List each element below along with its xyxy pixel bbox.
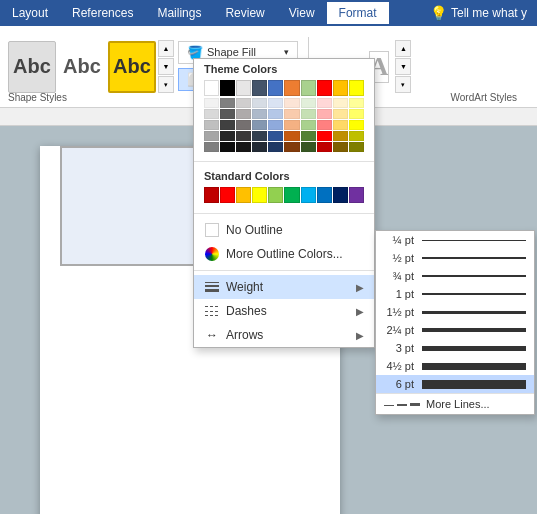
shade-1-8[interactable]: [333, 109, 348, 119]
tab-mailings[interactable]: Mailings: [145, 2, 213, 24]
shade-1-7[interactable]: [317, 109, 332, 119]
weight-item-7[interactable]: 4½ pt: [376, 357, 534, 375]
shade-0-0[interactable]: [204, 98, 219, 108]
std-color-4[interactable]: [268, 187, 283, 203]
weight-item-4[interactable]: 1½ pt: [376, 303, 534, 321]
theme-color-4[interactable]: [268, 80, 283, 96]
tab-references[interactable]: References: [60, 2, 145, 24]
arrows-item[interactable]: ↔ Arrows ▶: [194, 323, 374, 347]
shade-2-4[interactable]: [268, 120, 283, 130]
theme-color-5[interactable]: [284, 80, 299, 96]
shape-style-btn-2[interactable]: Abc: [58, 41, 106, 93]
shade-2-6[interactable]: [301, 120, 316, 130]
shade-0-6[interactable]: [301, 98, 316, 108]
shade-4-0[interactable]: [204, 142, 219, 152]
tell-me-bar[interactable]: 💡 Tell me what y: [420, 1, 537, 25]
shade-4-9[interactable]: [349, 142, 364, 152]
shade-2-0[interactable]: [204, 120, 219, 130]
std-color-0[interactable]: [204, 187, 219, 203]
shade-0-3[interactable]: [252, 98, 267, 108]
std-color-1[interactable]: [220, 187, 235, 203]
shade-1-1[interactable]: [220, 109, 235, 119]
wordart-scroll-down[interactable]: ▼: [395, 58, 411, 75]
shade-1-0[interactable]: [204, 109, 219, 119]
std-color-6[interactable]: [301, 187, 316, 203]
shade-4-4[interactable]: [268, 142, 283, 152]
shade-3-5[interactable]: [284, 131, 299, 141]
wordart-scroll-up[interactable]: ▲: [395, 40, 411, 57]
shade-2-5[interactable]: [284, 120, 299, 130]
shade-0-2[interactable]: [236, 98, 251, 108]
weight-item-1[interactable]: ½ pt: [376, 249, 534, 267]
std-color-7[interactable]: [317, 187, 332, 203]
weight-item-2[interactable]: ¾ pt: [376, 267, 534, 285]
shape-style-btn-1[interactable]: Abc: [8, 41, 56, 93]
shape-style-btn-3[interactable]: Abc: [108, 41, 156, 93]
more-outline-colors-item[interactable]: More Outline Colors...: [194, 242, 374, 266]
theme-color-0[interactable]: [204, 80, 219, 96]
shade-1-2[interactable]: [236, 109, 251, 119]
theme-color-8[interactable]: [333, 80, 348, 96]
no-outline-item[interactable]: No Outline: [194, 218, 374, 242]
shade-4-6[interactable]: [301, 142, 316, 152]
shade-3-8[interactable]: [333, 131, 348, 141]
theme-color-6[interactable]: [301, 80, 316, 96]
shade-1-9[interactable]: [349, 109, 364, 119]
theme-color-9[interactable]: [349, 80, 364, 96]
shade-2-3[interactable]: [252, 120, 267, 130]
shade-2-9[interactable]: [349, 120, 364, 130]
tab-view[interactable]: View: [277, 2, 327, 24]
shade-2-7[interactable]: [317, 120, 332, 130]
std-color-9[interactable]: [349, 187, 364, 203]
shade-0-8[interactable]: [333, 98, 348, 108]
scroll-up-btn[interactable]: ▲: [158, 40, 174, 57]
shade-3-9[interactable]: [349, 131, 364, 141]
shade-4-5[interactable]: [284, 142, 299, 152]
weight-item-5[interactable]: 2¼ pt: [376, 321, 534, 339]
theme-color-3[interactable]: [252, 80, 267, 96]
theme-color-7[interactable]: [317, 80, 332, 96]
shade-4-2[interactable]: [236, 142, 251, 152]
shade-2-1[interactable]: [220, 120, 235, 130]
weight-item-8[interactable]: 6 pt: [376, 375, 534, 393]
shade-1-5[interactable]: [284, 109, 299, 119]
weight-item-0[interactable]: ¼ pt: [376, 231, 534, 249]
shade-0-5[interactable]: [284, 98, 299, 108]
tab-layout[interactable]: Layout: [0, 2, 60, 24]
shade-0-4[interactable]: [268, 98, 283, 108]
tab-review[interactable]: Review: [213, 2, 276, 24]
more-lines-item[interactable]: More Lines...: [376, 393, 534, 414]
weight-item[interactable]: Weight ▶: [194, 275, 374, 299]
shade-1-4[interactable]: [268, 109, 283, 119]
weight-item-3[interactable]: 1 pt: [376, 285, 534, 303]
weight-item-6[interactable]: 3 pt: [376, 339, 534, 357]
dashes-item[interactable]: Dashes ▶: [194, 299, 374, 323]
tab-format[interactable]: Format: [327, 2, 389, 24]
theme-color-2[interactable]: [236, 80, 251, 96]
shade-4-1[interactable]: [220, 142, 235, 152]
shade-0-1[interactable]: [220, 98, 235, 108]
std-color-8[interactable]: [333, 187, 348, 203]
shade-3-6[interactable]: [301, 131, 316, 141]
theme-color-1[interactable]: [220, 80, 235, 96]
shade-3-7[interactable]: [317, 131, 332, 141]
shade-3-2[interactable]: [236, 131, 251, 141]
shade-3-1[interactable]: [220, 131, 235, 141]
shade-2-2[interactable]: [236, 120, 251, 130]
shade-3-4[interactable]: [268, 131, 283, 141]
std-color-5[interactable]: [284, 187, 299, 203]
shade-4-7[interactable]: [317, 142, 332, 152]
shade-4-8[interactable]: [333, 142, 348, 152]
shade-3-3[interactable]: [252, 131, 267, 141]
shade-0-9[interactable]: [349, 98, 364, 108]
std-color-3[interactable]: [252, 187, 267, 203]
wordart-scroll-more[interactable]: ▾: [395, 76, 411, 93]
shade-2-8[interactable]: [333, 120, 348, 130]
scroll-down-btn[interactable]: ▼: [158, 58, 174, 75]
std-color-2[interactable]: [236, 187, 251, 203]
shade-4-3[interactable]: [252, 142, 267, 152]
shade-1-3[interactable]: [252, 109, 267, 119]
shade-0-7[interactable]: [317, 98, 332, 108]
scroll-more-btn[interactable]: ▾: [158, 76, 174, 93]
shade-3-0[interactable]: [204, 131, 219, 141]
